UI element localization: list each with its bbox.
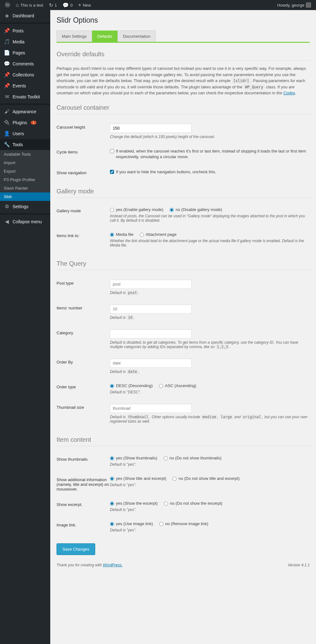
ordertype-label: Order type xyxy=(57,383,110,389)
override-text: Perhaps you dont't intent to use many di… xyxy=(57,65,310,96)
orderby-desc: Default is date. xyxy=(110,369,310,374)
separator xyxy=(0,213,50,215)
save-button[interactable]: Save Changes xyxy=(57,543,95,555)
menu-events[interactable]: 📌Events xyxy=(0,80,50,91)
comments-icon: 💬 xyxy=(4,61,10,67)
orderby-input[interactable] xyxy=(110,358,192,368)
carousel-height-desc: Change the default (which is 150 pixels)… xyxy=(110,135,310,139)
collapse-menu[interactable]: ◀Collapse menu xyxy=(0,216,50,227)
image-link-label: Image link. xyxy=(57,521,110,527)
show-excerpt-label: Show excerpt. xyxy=(57,501,110,507)
comment-icon: 💬 xyxy=(63,2,69,8)
show-nav-checkbox[interactable] xyxy=(110,170,114,174)
tab-documentation[interactable]: Documentation xyxy=(117,31,155,42)
carousel-height-input[interactable] xyxy=(110,124,192,133)
cycle-items-label: Cycle items xyxy=(57,148,110,154)
category-input[interactable] xyxy=(110,329,192,338)
user-icon: 👤 xyxy=(4,130,10,136)
content-area: Slidr Options Main Settings Defaults Doc… xyxy=(50,10,316,644)
show-excerpt-no[interactable] xyxy=(164,502,168,506)
submenu-p3[interactable]: P3 Plugin Profiler xyxy=(0,175,50,184)
submenu-export[interactable]: Export xyxy=(0,167,50,175)
home-icon: ⌂ xyxy=(16,2,19,8)
show-thumbs-no[interactable] xyxy=(164,456,168,460)
pin-icon: 📌 xyxy=(4,72,10,78)
thumb-size-desc: Default is thumbnail. Other options usua… xyxy=(110,415,310,424)
pin-icon: 📌 xyxy=(4,83,10,89)
menu-comments[interactable]: 💬Comments xyxy=(0,58,50,69)
gallery-mode-no[interactable] xyxy=(170,208,174,212)
show-excerpt-desc: Default is "yes". xyxy=(110,508,310,512)
show-addl-yes[interactable] xyxy=(110,477,114,481)
menu-tools[interactable]: 🔧Tools xyxy=(0,139,50,150)
separator xyxy=(0,22,50,24)
menu-media[interactable]: 🎵Media xyxy=(0,36,50,47)
items-link-label: Items link to: xyxy=(57,232,110,238)
show-addl-no[interactable] xyxy=(172,477,177,481)
show-thumbs-label: Show thumbnails xyxy=(57,456,110,462)
site-link[interactable]: ⌂This is a test xyxy=(13,0,46,10)
show-nav-label: Show navigation xyxy=(57,169,110,175)
footer: Thank you for creating with WordPress. V… xyxy=(57,555,310,567)
dashboard-icon: ◈ xyxy=(4,13,10,19)
gear-icon: ⚙ xyxy=(4,203,10,209)
image-link-no[interactable] xyxy=(159,522,163,526)
section-query-title: The Query xyxy=(57,260,310,270)
thumb-size-input[interactable] xyxy=(110,404,192,413)
items-number-input[interactable] xyxy=(110,304,192,314)
admin-sidebar: ◈Dashboard 📌Posts 🎵Media 📄Pages 💬Comment… xyxy=(0,10,50,644)
submenu-slash-painter[interactable]: Slash Painter xyxy=(0,184,50,192)
carousel-height-label: Carousel height xyxy=(57,124,110,130)
update-badge: 1 xyxy=(31,121,36,125)
show-addl-desc: Default is "yes". xyxy=(110,483,310,487)
menu-envato[interactable]: ✉Envato Toolkit xyxy=(0,91,50,102)
post-type-input[interactable] xyxy=(110,280,192,289)
menu-plugins[interactable]: 🔌Plugins1 xyxy=(0,117,50,128)
orderby-label: Order By xyxy=(57,358,110,364)
items-link-desc: Whether the link should lead to the atta… xyxy=(110,239,310,247)
submenu-available-tools[interactable]: Available Tools xyxy=(0,150,50,158)
items-link-attachment[interactable] xyxy=(140,233,144,237)
tab-defaults[interactable]: Defaults xyxy=(92,31,118,42)
wordpress-icon: ⓦ xyxy=(5,2,10,8)
cycle-items-checkbox[interactable] xyxy=(110,149,114,153)
gallery-mode-yes[interactable] xyxy=(110,208,114,212)
thumb-size-label: Thumbnail size xyxy=(57,404,110,410)
items-link-media[interactable] xyxy=(110,233,114,237)
refresh-icon: ↻ xyxy=(49,2,53,8)
tab-main-settings[interactable]: Main Settings xyxy=(57,31,92,42)
wp-logo[interactable]: ⓦ xyxy=(3,0,13,10)
menu-dashboard[interactable]: ◈Dashboard xyxy=(0,10,50,21)
tabs: Main Settings Defaults Documentation xyxy=(57,31,310,43)
collapse-icon: ◀ xyxy=(4,219,10,225)
ordertype-desc-radio[interactable] xyxy=(110,384,114,388)
ordertype-asc-radio[interactable] xyxy=(159,384,163,388)
section-gallery-title: Gallery mode xyxy=(57,188,310,198)
avatar xyxy=(306,3,311,8)
show-thumbs-yes[interactable] xyxy=(110,456,114,460)
menu-users[interactable]: 👤Users xyxy=(0,128,50,139)
wordpress-link[interactable]: WordPress. xyxy=(103,563,123,567)
image-link-desc: Default is "yes". xyxy=(110,528,310,532)
codex-link[interactable]: Codex xyxy=(283,91,295,95)
updates-link[interactable]: ↻1 xyxy=(46,0,59,10)
section-carousel-title: Carousel container xyxy=(57,104,310,114)
account-link[interactable]: Howdy, george xyxy=(275,0,313,10)
show-addl-label: Show additional information (namely, tit… xyxy=(57,476,110,491)
menu-pages[interactable]: 📄Pages xyxy=(0,47,50,58)
items-number-label: Items' number xyxy=(57,304,110,310)
tools-submenu: Available Tools Import Export P3 Plugin … xyxy=(0,150,50,201)
envato-icon: ✉ xyxy=(4,94,10,100)
new-link[interactable]: +New xyxy=(76,0,93,10)
menu-collections[interactable]: 📌Collections xyxy=(0,69,50,80)
menu-appearance[interactable]: 🖌Appearance xyxy=(0,106,50,117)
menu-posts[interactable]: 📌Posts xyxy=(0,25,50,36)
show-excerpt-yes[interactable] xyxy=(110,502,114,506)
submenu-import[interactable]: Import xyxy=(0,158,50,167)
comments-link[interactable]: 💬0 xyxy=(60,0,75,10)
image-link-yes[interactable] xyxy=(110,522,114,526)
menu-settings[interactable]: ⚙Settings xyxy=(0,201,50,212)
submenu-slidr[interactable]: Slidr xyxy=(0,192,50,201)
page-icon: 📄 xyxy=(4,50,10,56)
section-override-title: Override defaults xyxy=(57,51,310,61)
